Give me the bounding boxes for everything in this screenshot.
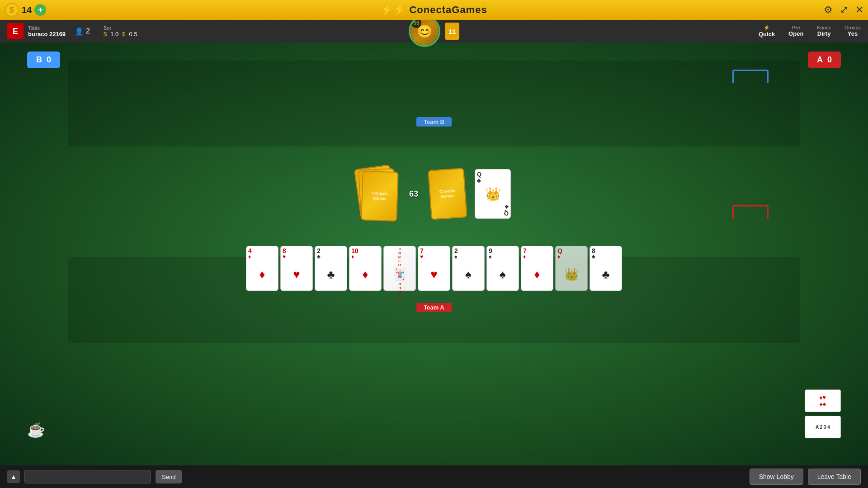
quick-icon-symbol: ⚡ xyxy=(764,25,770,31)
discard-rank-bottom: Q ♣ xyxy=(477,203,509,216)
bet-sub: 0.5 xyxy=(129,31,137,38)
hand-card-joker[interactable]: JOKER 🃏 JOKER xyxy=(383,246,416,291)
card-count-badge: 11 xyxy=(445,23,459,40)
coin-amount: 14 xyxy=(22,5,32,15)
pile-value: Open xyxy=(788,30,803,37)
deck-count: 63 xyxy=(409,189,418,199)
info-bar: E Table buraco 22169 👤 2 Bet $ 1.0 $ 0.5… xyxy=(0,20,868,42)
hand-card-10[interactable]: Q ♦ 👑 xyxy=(555,246,588,291)
players-info: 👤 2 xyxy=(75,27,90,36)
settings-button[interactable]: ⚙ xyxy=(824,4,833,16)
team-b-letter: B xyxy=(36,55,42,65)
bottom-bar: ▲ Send Show Lobby Leave Table xyxy=(0,465,868,488)
quick-label: Quick xyxy=(759,31,775,38)
pile-indicator-red xyxy=(732,205,769,219)
leave-table-button[interactable]: Leave Table xyxy=(808,469,861,485)
hand-card-6[interactable]: 7 ♥ ♥ xyxy=(418,246,450,291)
hand-card-4[interactable]: 10 ♦ ♦ xyxy=(349,246,382,291)
send-button[interactable]: Send xyxy=(156,470,182,483)
hand-card-2[interactable]: 8 ♥ ♥ xyxy=(280,246,313,291)
player-timer-area: 😊 55 11 xyxy=(409,15,459,47)
team-a-label: Team A xyxy=(416,303,452,312)
table-label: Table xyxy=(28,25,66,31)
player-cards: 4 ♦ ♦ 8 ♥ ♥ 2 ♣ ♣ 10 ♦ ♦ JOKER 🃏 JOKER xyxy=(246,246,622,291)
logo-text: ConectaGames xyxy=(409,4,487,15)
top-icons: ⚙ ⤢ ✕ xyxy=(824,4,863,16)
hand-card-1[interactable]: 4 ♦ ♦ xyxy=(246,246,278,291)
hand-card-7[interactable]: 2 ♠ ♠ xyxy=(452,246,485,291)
table-name: buraco 22169 xyxy=(28,31,66,38)
knock-option: Knock Dirty xyxy=(817,25,831,38)
discard-center: 👑 xyxy=(477,184,509,204)
card-thumbnail-suits[interactable]: ♠♥♦♣ xyxy=(805,389,841,412)
show-lobby-button[interactable]: Show Lobby xyxy=(750,469,803,485)
groups-value: Yes xyxy=(848,30,858,37)
players-count: 2 xyxy=(86,27,90,35)
close-button[interactable]: ✕ xyxy=(855,4,863,16)
bet-label: Bet xyxy=(104,25,137,31)
table-info: Table buraco 22169 xyxy=(28,25,66,38)
timer-circle: 😊 55 xyxy=(409,15,440,47)
add-coin-button[interactable]: + xyxy=(34,4,46,16)
top-bar: $ 14 + ⚡⚡ ConectaGames ⚙ ⤢ ✕ xyxy=(0,0,868,20)
bet-dollar: $ xyxy=(104,31,107,38)
hand-card-3[interactable]: 2 ♣ ♣ xyxy=(315,246,347,291)
coffee-icon[interactable]: ☕ xyxy=(27,421,45,438)
quick-option: ⚡ Quick xyxy=(759,25,775,38)
discard-top-card[interactable]: Q ♣ 👑 Q ♣ xyxy=(475,169,511,219)
chat-toggle-button[interactable]: ▲ xyxy=(7,470,20,483)
knock-value: Dirty xyxy=(817,30,831,37)
players-icon: 👤 xyxy=(75,27,84,36)
team-e-badge: E xyxy=(7,23,24,39)
card-back-3: ConectaGames xyxy=(361,171,399,222)
game-options: ⚡ Quick Pile Open Knock Dirty Groups Yes xyxy=(759,25,861,38)
team-a-score: A 0 xyxy=(808,52,841,68)
bet-main: 1.0 xyxy=(110,31,118,38)
knock-label: Knock xyxy=(817,25,831,30)
discard-rank-top: Q ♣ xyxy=(477,171,509,184)
bet-values: $ 1.0 $ 0.5 xyxy=(104,31,137,38)
fullscreen-button[interactable]: ⤢ xyxy=(840,4,848,16)
pile-option: Pile Open xyxy=(788,25,803,38)
discard-back: ConectaGames xyxy=(428,168,467,220)
bet-info: Bet $ 1.0 $ 0.5 xyxy=(104,25,137,38)
team-a-letter: A xyxy=(817,55,823,65)
card-thumbnails: ♠♥♦♣ A 2 3 4 xyxy=(805,389,841,438)
hand-card-8[interactable]: 9 ♠ ♠ xyxy=(486,246,519,291)
coin-icon: $ xyxy=(5,3,19,17)
team-a-score-value: 0 xyxy=(827,55,832,65)
groups-label: Groups xyxy=(844,25,861,30)
center-area: ConectaGames ConectaGames ConectaGames 6… xyxy=(357,167,511,221)
opponent-hand-area xyxy=(68,61,800,146)
chat-input[interactable] xyxy=(24,470,151,483)
groups-option: Groups Yes xyxy=(844,25,861,38)
draw-pile[interactable]: ConectaGames ConectaGames ConectaGames xyxy=(357,167,398,221)
game-area: B 0 A 0 Team B ConectaGames ConectaGames… xyxy=(0,42,868,465)
pile-label: Pile xyxy=(792,25,800,30)
logo: ⚡⚡ ConectaGames xyxy=(381,4,487,16)
team-b-score-value: 0 xyxy=(47,55,51,65)
coin-area: $ 14 + xyxy=(5,3,46,17)
card-thumbnail-numbers[interactable]: A 2 3 4 xyxy=(805,416,841,438)
team-b-score: B 0 xyxy=(27,52,60,68)
hand-card-9[interactable]: 7 ♦ ♦ xyxy=(521,246,553,291)
hand-card-11[interactable]: 8 ♣ ♣ xyxy=(590,246,622,291)
discard-pile[interactable]: ConectaGames xyxy=(429,169,466,219)
bet-dollar-2: $ xyxy=(122,31,125,38)
